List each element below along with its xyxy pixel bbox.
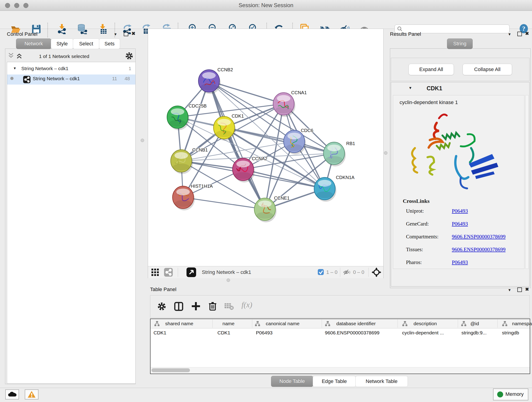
toolbar-separator	[47, 23, 48, 37]
results-panel-menu-icon[interactable]: ▼	[508, 32, 511, 37]
warning-button[interactable]	[25, 389, 38, 400]
network-node-CDC6[interactable]	[284, 130, 306, 154]
scrollbar-thumb[interactable]	[152, 368, 190, 372]
import-network-database-icon[interactable]	[77, 24, 87, 34]
expand-all-icon[interactable]	[16, 52, 22, 60]
column-header-label: canonical name	[266, 321, 299, 326]
network-edge-count: 48	[125, 76, 130, 81]
network-node-CDC25B[interactable]	[167, 106, 189, 130]
show-columns-icon[interactable]	[174, 302, 183, 312]
tab-sets[interactable]: Sets	[99, 38, 120, 49]
column-divider[interactable]	[398, 319, 398, 328]
network-tree: ▼ String Network – cdk1 1 String Network…	[7, 62, 136, 384]
memory-button[interactable]: Memory	[493, 389, 528, 400]
control-panel-gear-icon[interactable]	[125, 52, 133, 61]
crosslink-pharos-link[interactable]: P06493	[452, 259, 468, 265]
delete-table-icon[interactable]	[224, 302, 234, 312]
network-node-RB1[interactable]	[323, 142, 346, 166]
table-horizontal-scrollbar[interactable]	[151, 367, 530, 373]
grid-view-icon[interactable]	[151, 268, 159, 277]
results-node-section: ▼ CDK1 cyclin-dependent kinase 1	[391, 82, 530, 287]
results-node-header[interactable]: ▼ CDK1	[391, 82, 529, 95]
right-splitter-handle[interactable]	[384, 151, 387, 155]
crosslink-label: Pharos:	[406, 259, 422, 265]
table-panel-close-icon[interactable]: ✖	[525, 287, 529, 292]
birdseye-view-icon[interactable]	[372, 268, 381, 278]
table-cell[interactable]: 9606.ENSP00000378699	[325, 330, 380, 336]
network-node-CCNB2[interactable]	[198, 70, 221, 94]
network-node-CDKN1A[interactable]	[314, 177, 336, 202]
expand-all-button[interactable]: Expand All	[409, 64, 454, 75]
crosslink-genecard-link[interactable]: P06493	[452, 221, 468, 227]
table-cell[interactable]: CDK1	[217, 330, 230, 336]
function-builder-icon[interactable]: f(x)	[241, 300, 252, 309]
tab-network-table[interactable]: Network Table	[355, 376, 408, 387]
network-node-HIST1H1A[interactable]	[172, 186, 195, 211]
column-divider[interactable]	[252, 319, 252, 328]
table-gear-icon[interactable]	[157, 302, 166, 312]
network-share-icon[interactable]	[164, 268, 173, 278]
crosslink-compartments-link[interactable]: 9606.ENSP00000378699	[452, 234, 506, 240]
horizontal-splitter-handle[interactable]	[227, 279, 230, 282]
network-edge-CCNE1-HIST1H1A[interactable]	[183, 197, 265, 209]
node-label-CDKN1A: CDKN1A	[336, 175, 355, 180]
table-cell[interactable]: P06493	[256, 330, 272, 336]
column-divider[interactable]	[322, 319, 322, 328]
node-label-CCNB2: CCNB2	[217, 67, 233, 72]
network-node-CDK1[interactable]	[214, 116, 236, 141]
network-node-CCNE1[interactable]	[254, 198, 277, 222]
table-cell[interactable]: stringdb:9...	[462, 330, 487, 336]
column-divider[interactable]	[497, 319, 498, 328]
tab-network[interactable]: Network	[16, 38, 51, 49]
table-cell[interactable]: cyclin-dependent ...	[402, 330, 444, 336]
network-view: CCNB2CCNA1CDC25BCDK1CDC6RB1CCNB1CCNA2CDK…	[148, 29, 384, 278]
control-panel-float-icon[interactable]	[124, 32, 128, 36]
collapse-all-icon[interactable]	[8, 52, 14, 60]
network-canvas[interactable]: CCNB2CCNA1CDC25BCDK1CDC6RB1CCNB1CCNA2CDK…	[148, 31, 383, 266]
cloud-button[interactable]	[5, 389, 19, 400]
add-column-icon[interactable]	[191, 301, 201, 312]
left-splitter-handle[interactable]	[141, 139, 144, 142]
open-in-window-icon[interactable]	[186, 268, 196, 278]
selected-checkbox-icon[interactable]	[317, 269, 324, 276]
node-label-RB1: RB1	[346, 141, 355, 146]
import-table-icon[interactable]	[97, 24, 108, 34]
table-cell[interactable]: stringdb	[502, 330, 519, 336]
column-divider[interactable]	[212, 319, 213, 328]
network-collection-row[interactable]: ▼ String Network – cdk1 1	[7, 64, 135, 75]
control-panel-menu-icon[interactable]: ▼	[114, 32, 117, 37]
crosslink-label: Tissues:	[406, 247, 423, 253]
delete-column-icon[interactable]	[208, 301, 217, 312]
table-panel-menu-icon[interactable]: ▼	[508, 288, 511, 293]
results-scrollbar[interactable]	[525, 95, 529, 269]
protein-structure-image	[402, 109, 510, 201]
collapse-all-button[interactable]: Collapse All	[462, 64, 512, 75]
tab-select[interactable]: Select	[73, 38, 99, 49]
network-view-toolbar: String Network – cdk1 1 – 0 0 – 0	[148, 266, 383, 278]
memory-status-icon	[497, 391, 503, 397]
result-node-description: cyclin-dependent kinase 1	[399, 99, 458, 105]
network-node-CCNA1[interactable]	[273, 93, 295, 117]
results-panel-close-icon[interactable]: ✖	[525, 31, 529, 36]
column-header-label: namespace	[512, 321, 532, 326]
network-row-selected[interactable]: String Network – cdk1 11 48	[7, 75, 135, 85]
network-edge-CCNB2-CCNE1[interactable]	[209, 81, 265, 209]
collection-expand-icon[interactable]: ▼	[13, 66, 17, 70]
tab-node-table[interactable]: Node Table	[271, 376, 313, 387]
network-node-CCNA2[interactable]	[233, 158, 255, 182]
table-cell[interactable]: CDK1	[153, 330, 166, 336]
control-panel-close-icon[interactable]: ✖	[132, 31, 135, 36]
tab-edge-table[interactable]: Edge Table	[313, 376, 356, 387]
crosslink-uniprot-link[interactable]: P06493	[452, 208, 468, 214]
table-panel-float-icon[interactable]	[517, 287, 522, 292]
results-panel-float-icon[interactable]	[517, 32, 522, 36]
section-collapse-icon[interactable]: ▼	[409, 86, 412, 90]
column-header-label: description	[413, 321, 437, 326]
network-edge-CCNA2-CDKN1A[interactable]	[243, 169, 325, 189]
column-divider[interactable]	[458, 319, 458, 328]
hidden-eye-icon[interactable]	[343, 269, 351, 277]
import-network-file-icon[interactable]	[57, 24, 67, 34]
tab-style[interactable]: Style	[51, 38, 73, 49]
tab-string[interactable]: String	[447, 38, 473, 49]
crosslink-tissues-link[interactable]: 9606.ENSP00000378699	[452, 247, 506, 253]
